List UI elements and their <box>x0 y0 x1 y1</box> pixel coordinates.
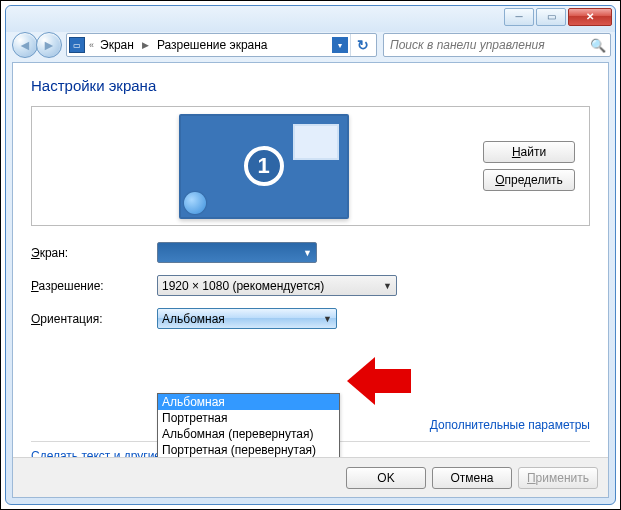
screen-select[interactable]: ▼ <box>157 242 317 263</box>
orientation-option-landscape-flipped[interactable]: Альбомная (перевернутая) <box>158 426 339 442</box>
monitor-number: 1 <box>244 146 284 186</box>
resolution-value: 1920 × 1080 (рекомендуется) <box>162 279 324 293</box>
close-icon: ✕ <box>586 12 594 22</box>
resolution-select[interactable]: 1920 × 1080 (рекомендуется) ▼ <box>157 275 397 296</box>
control-panel-icon: ▭ <box>69 37 85 53</box>
orientation-value: Альбомная <box>162 312 225 326</box>
orientation-select[interactable]: Альбомная ▼ <box>157 308 337 329</box>
page-title: Настройки экрана <box>31 77 590 94</box>
monitor-thumbnail[interactable]: 1 <box>179 114 349 219</box>
refresh-button[interactable]: ↻ <box>350 34 374 56</box>
chevron-down-icon: ▼ <box>303 248 312 258</box>
apply-button[interactable]: Применить <box>518 467 598 489</box>
monitor-preview-area: 1 <box>44 114 483 219</box>
content-inner: Настройки экрана 1 Найти Определить Экра… <box>13 63 608 457</box>
screen-row: Экран: ▼ <box>31 242 590 263</box>
maximize-icon: ▭ <box>547 12 556 22</box>
monitor-preview-box: 1 Найти Определить <box>31 106 590 226</box>
maximize-button[interactable]: ▭ <box>536 8 566 26</box>
resolution-label: Разрешение: <box>31 279 157 293</box>
window-frame: ─ ▭ ✕ ◄ ► ▭ « Экран ▶ Разрешение экрана … <box>5 5 616 505</box>
breadcrumb-separator: ▶ <box>138 40 153 50</box>
forward-button[interactable]: ► <box>36 32 62 58</box>
text-size-link[interactable]: Сделать текст и другие <box>31 449 161 457</box>
orientation-dropdown: Альбомная Портретная Альбомная (переверн… <box>157 393 340 457</box>
forward-icon: ► <box>42 37 56 53</box>
ok-button[interactable]: OK <box>346 467 426 489</box>
close-button[interactable]: ✕ <box>568 8 612 26</box>
cancel-button[interactable]: Отмена <box>432 467 512 489</box>
minimize-button[interactable]: ─ <box>504 8 534 26</box>
minimize-icon: ─ <box>515 12 522 22</box>
breadcrumb-item-resolution[interactable]: Разрешение экрана <box>155 38 270 52</box>
advanced-settings-link[interactable]: Дополнительные параметры <box>430 418 590 432</box>
address-bar[interactable]: ▭ « Экран ▶ Разрешение экрана ▾ ↻ <box>66 33 377 57</box>
search-box[interactable]: 🔍 <box>383 33 611 57</box>
preview-buttons: Найти Определить <box>483 141 575 191</box>
nav-buttons: ◄ ► <box>12 32 60 58</box>
resolution-row: Разрешение: 1920 × 1080 (рекомендуется) … <box>31 275 590 296</box>
back-icon: ◄ <box>18 37 32 53</box>
breadcrumb-item-display[interactable]: Экран <box>98 38 136 52</box>
orientation-option-portrait[interactable]: Портретная <box>158 410 339 426</box>
orientation-row: Ориентация: Альбомная ▼ <box>31 308 590 329</box>
address-dropdown-button[interactable]: ▾ <box>332 37 348 53</box>
screen-label: Экран: <box>31 246 157 260</box>
orientation-option-portrait-flipped[interactable]: Портретная (перевернутая) <box>158 442 339 457</box>
breadcrumb-root-chevron: « <box>87 40 96 50</box>
identify-find-button[interactable]: Найти <box>483 141 575 163</box>
chevron-down-icon: ▼ <box>323 314 332 324</box>
detect-button[interactable]: Определить <box>483 169 575 191</box>
search-input[interactable] <box>388 37 590 53</box>
nav-row: ◄ ► ▭ « Экран ▶ Разрешение экрана ▾ ↻ 🔍 <box>6 32 615 62</box>
title-bar: ─ ▭ ✕ <box>6 6 615 32</box>
start-orb-icon <box>184 192 206 214</box>
content-panel: Настройки экрана 1 Найти Определить Экра… <box>12 62 609 498</box>
footer: OK Отмена Применить <box>13 457 608 497</box>
orientation-option-landscape[interactable]: Альбомная <box>158 394 339 410</box>
chevron-down-icon: ▼ <box>383 281 392 291</box>
orientation-label: Ориентация: <box>31 312 157 326</box>
window-thumbnail-icon <box>293 124 339 160</box>
search-icon: 🔍 <box>590 38 606 53</box>
back-button[interactable]: ◄ <box>12 32 38 58</box>
